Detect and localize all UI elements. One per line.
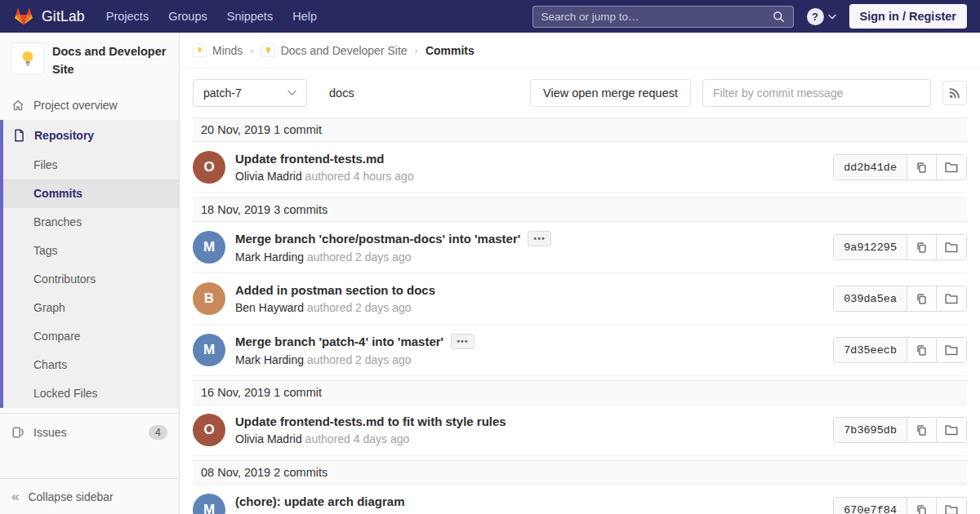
branch-selector[interactable]: patch-7 [193, 79, 307, 107]
commit-info: (chore): update arch diagram Mark Hardin… [235, 494, 414, 514]
browse-files-button[interactable] [937, 338, 966, 362]
sidebar-item-tags[interactable]: Tags [3, 237, 179, 265]
commit-author-link[interactable]: Olivia Madrid [235, 170, 302, 183]
project-context-header[interactable]: Docs and Developer Site [0, 33, 179, 91]
sidebar-item-files[interactable]: Files [3, 151, 179, 179]
global-search [532, 6, 794, 28]
copy-sha-button[interactable] [907, 338, 937, 362]
sidebar-item-commits[interactable]: Commits [3, 179, 179, 208]
copy-sha-button[interactable] [907, 498, 937, 514]
sidebar-item-branches[interactable]: Branches [3, 208, 179, 237]
sidebar-item-label: Project overview [33, 99, 118, 112]
copy-sha-button[interactable] [907, 418, 937, 442]
filter-commits-input[interactable] [702, 79, 931, 107]
breadcrumb-group-link[interactable]: Minds [193, 43, 243, 57]
commit-sha-link[interactable]: 039da5ea [834, 286, 907, 311]
commit-title-link[interactable]: Merge branch 'patch-4' into 'master' [235, 335, 443, 348]
nav-projects[interactable]: Projects [106, 10, 149, 23]
breadcrumb: Minds › Docs and Developer Site › Commit… [180, 33, 980, 69]
gitlab-home-link[interactable]: GitLab [13, 6, 85, 27]
folder-icon [945, 504, 958, 514]
expand-commit-description-button[interactable]: ••• [451, 334, 474, 349]
copy-sha-button[interactable] [907, 155, 937, 179]
breadcrumb-separator: › [415, 44, 418, 56]
browse-files-button[interactable] [937, 286, 966, 311]
commit-date-header: 08 Nov, 2019 2 commits [193, 460, 967, 485]
search-icon[interactable] [773, 11, 785, 23]
commit-info: Update frontend-tests.md Olivia Madrid a… [235, 152, 414, 183]
commit-actions: 039da5ea [833, 286, 967, 312]
copy-icon [915, 162, 928, 174]
sidebar-item-project-overview[interactable]: Project overview [0, 91, 179, 120]
main-content: Minds › Docs and Developer Site › Commit… [180, 33, 980, 514]
commit-row: B Added in postman section to docs Ben H… [193, 273, 967, 325]
author-avatar[interactable]: M [193, 231, 225, 264]
commit-meta: Olivia Madrid authored 4 days ago [235, 432, 506, 445]
search-input[interactable] [541, 11, 766, 23]
commit-meta: Mark Harding authored 2 days ago [235, 250, 551, 264]
sidebar-item-contributors[interactable]: Contributors [3, 265, 179, 294]
document-icon [13, 129, 25, 142]
folder-icon [945, 241, 958, 253]
commit-author-link[interactable]: Mark Harding [235, 250, 304, 264]
author-avatar[interactable]: O [193, 151, 225, 184]
project-avatar-small [261, 43, 275, 57]
primary-nav: Projects Groups Snippets Help [106, 10, 317, 23]
nav-help[interactable]: Help [292, 10, 317, 23]
copy-sha-button[interactable] [907, 235, 937, 259]
sidebar-item-locked-files[interactable]: Locked Files [3, 379, 179, 408]
browse-files-button[interactable] [937, 498, 966, 514]
commit-sha-link[interactable]: dd2b41de [834, 155, 907, 179]
commit-meta: Mark Harding authored 2 days ago [235, 353, 474, 366]
copy-icon [915, 293, 928, 305]
commit-actions: 670e7f84 [833, 497, 967, 514]
view-open-merge-request-button[interactable]: View open merge request [530, 79, 691, 107]
top-navbar: GitLab Projects Groups Snippets Help ? S… [0, 0, 980, 33]
author-avatar[interactable]: M [193, 494, 225, 514]
sidebar-item-issues[interactable]: Issues 4 [0, 413, 179, 451]
commit-authored-time: authored 4 hours ago [305, 170, 414, 183]
commit-title-link[interactable]: Merge branch 'chore/postman-docs' into '… [235, 232, 520, 246]
commit-authored-time: authored 4 days ago [305, 432, 410, 445]
commit-info: Added in postman section to docs Ben Hay… [235, 283, 435, 314]
browse-files-button[interactable] [937, 155, 966, 179]
sidebar-item-charts[interactable]: Charts [3, 351, 179, 379]
commit-group: 08 Nov, 2019 2 commits M (chore): update… [193, 460, 967, 514]
commit-author-link[interactable]: Mark Harding [235, 353, 304, 366]
double-chevron-left-icon: « [11, 490, 19, 503]
commit-title-link[interactable]: Added in postman section to docs [235, 283, 435, 297]
sidebar-item-graph[interactable]: Graph [3, 294, 179, 322]
expand-commit-description-button[interactable]: ••• [528, 231, 551, 246]
nav-snippets[interactable]: Snippets [227, 10, 273, 23]
home-icon [11, 99, 24, 112]
current-path-label: docs [329, 86, 354, 100]
commit-author-link[interactable]: Ben Hayward [235, 301, 304, 314]
commit-title-link[interactable]: Update frontend-tests.md [235, 152, 385, 166]
help-dropdown[interactable]: ? [807, 8, 836, 25]
nav-groups[interactable]: Groups [168, 10, 207, 23]
commits-feed-button[interactable] [942, 81, 967, 105]
commit-sha-link[interactable]: 7d35eecb [834, 338, 907, 362]
commit-author-link[interactable]: Olivia Madrid [235, 432, 302, 445]
copy-icon [915, 344, 928, 357]
breadcrumb-project-label: Docs and Developer Site [281, 44, 408, 57]
author-avatar[interactable]: B [193, 282, 225, 315]
copy-sha-button[interactable] [907, 286, 937, 311]
copy-icon [915, 424, 928, 436]
author-avatar[interactable]: M [193, 334, 225, 366]
breadcrumb-current-page: Commits [425, 44, 474, 57]
breadcrumb-project-link[interactable]: Docs and Developer Site [261, 43, 408, 57]
collapse-sidebar-button[interactable]: « Collapse sidebar [0, 478, 179, 514]
sign-in-register-button[interactable]: Sign in / Register [849, 4, 967, 29]
sidebar-item-repository[interactable]: Repository [3, 120, 179, 151]
author-avatar[interactable]: O [193, 414, 225, 446]
commit-title-link[interactable]: Update frontend-tests.md to fit with sty… [235, 414, 506, 428]
commit-title-link[interactable]: (chore): update arch diagram [235, 494, 405, 508]
browse-files-button[interactable] [937, 235, 966, 259]
commit-sha-link[interactable]: 9a912295 [834, 235, 907, 259]
commit-sha-link[interactable]: 670e7f84 [834, 498, 907, 514]
commit-date-header: 16 Nov, 2019 1 commit [193, 380, 967, 405]
commit-sha-link[interactable]: 7b3695db [834, 418, 907, 442]
browse-files-button[interactable] [937, 418, 966, 442]
sidebar-item-compare[interactable]: Compare [3, 322, 179, 351]
